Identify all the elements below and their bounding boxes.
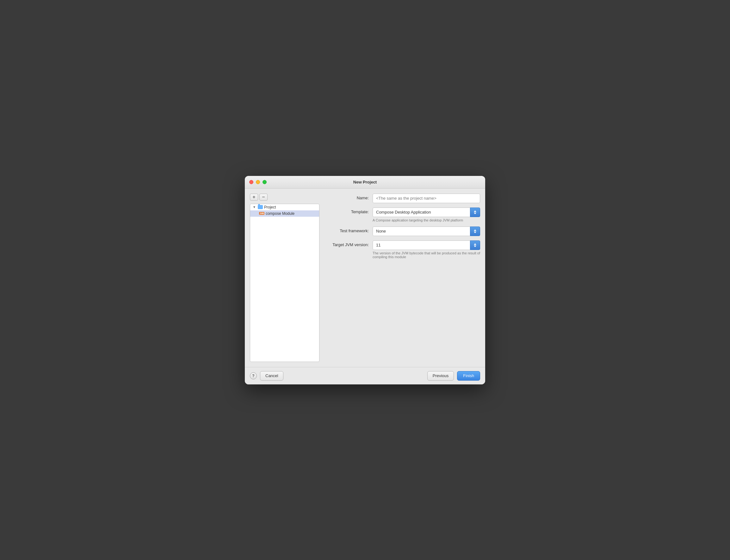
maximize-button[interactable] [263, 180, 267, 184]
test-framework-label: Test framework: [325, 227, 369, 233]
target-jvm-select-arrow[interactable] [470, 240, 480, 250]
target-jvm-label: Target JVM version: [325, 240, 369, 247]
test-framework-select-wrapper: None [372, 227, 480, 236]
name-label: Name: [325, 194, 369, 200]
target-jvm-row: Target JVM version: 11 The version of th… [325, 240, 480, 259]
name-row: Name: [325, 194, 480, 203]
target-jvm-control-wrapper: 11 The version of the JVM bytecode that … [372, 240, 480, 259]
previous-button[interactable]: Previous [427, 371, 454, 381]
target-jvm-hint: The version of the JVM bytecode that wil… [372, 251, 480, 259]
bottom-right: Previous Finish [427, 371, 480, 381]
add-button[interactable]: + [250, 194, 258, 201]
template-hint: A Compose application targeting the desk… [372, 218, 480, 222]
minimize-button[interactable] [256, 180, 260, 184]
template-row: Template: Compose Desktop Application A … [325, 208, 480, 222]
arrow-down-icon [474, 213, 476, 214]
arrow-up-icon [474, 210, 476, 212]
remove-button[interactable]: − [259, 194, 268, 201]
test-framework-control-wrapper: None [372, 227, 480, 236]
tree-module-item[interactable]: JVM compose Module [250, 210, 319, 217]
template-select[interactable]: Compose Desktop Application [372, 208, 480, 217]
close-button[interactable] [249, 180, 253, 184]
title-bar: New Project [245, 176, 485, 189]
bottom-bar: ? Cancel Previous Finish [245, 367, 485, 384]
test-framework-row: Test framework: None [325, 227, 480, 236]
test-framework-select[interactable]: None [372, 227, 480, 236]
jvm-badge: JVM [259, 212, 265, 215]
toolbar: + − [250, 194, 320, 201]
target-jvm-select[interactable]: 11 [372, 240, 480, 250]
template-control-wrapper: Compose Desktop Application A Compose ap… [372, 208, 480, 222]
arrow-up-icon [474, 243, 476, 245]
window-title: New Project [353, 180, 377, 184]
spacer [325, 263, 480, 362]
bottom-left: ? Cancel [250, 371, 284, 381]
right-panel: Name: Template: Compose Desktop Applicat… [325, 194, 480, 362]
name-control-wrapper [372, 194, 480, 203]
template-label: Template: [325, 208, 369, 214]
tree-project-item[interactable]: ▼ Project [250, 204, 319, 210]
project-label: Project [264, 205, 276, 209]
folder-icon [258, 205, 263, 209]
tree-container: ▼ Project JVM compose Module [250, 204, 320, 362]
cancel-button[interactable]: Cancel [260, 371, 284, 381]
arrow-down-icon [474, 232, 476, 233]
arrow-up-icon [474, 229, 476, 231]
name-input[interactable] [372, 194, 480, 203]
test-framework-select-arrow[interactable] [470, 227, 480, 236]
template-select-arrow[interactable] [470, 208, 480, 217]
tree-arrow-icon: ▼ [253, 205, 257, 209]
traffic-lights [249, 180, 267, 184]
finish-button[interactable]: Finish [457, 371, 480, 381]
left-panel: + − ▼ Project JVM compose Module [250, 194, 320, 362]
help-button[interactable]: ? [250, 372, 257, 379]
target-jvm-select-wrapper: 11 [372, 240, 480, 250]
module-label: compose Module [266, 211, 295, 216]
dialog-body: + − ▼ Project JVM compose Module Name: [245, 189, 485, 367]
arrow-down-icon [474, 246, 476, 247]
dialog-window: New Project + − ▼ Project JVM compose Mo… [245, 176, 485, 384]
template-select-wrapper: Compose Desktop Application [372, 208, 480, 217]
